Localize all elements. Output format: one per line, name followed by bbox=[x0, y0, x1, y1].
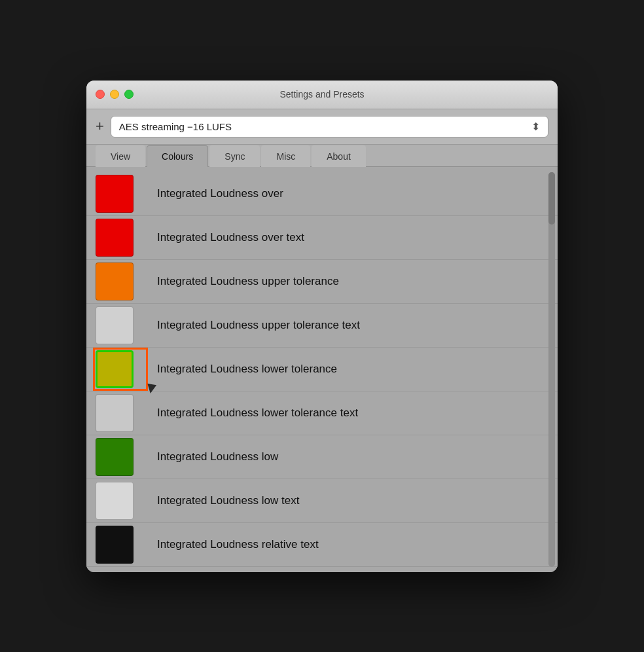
color-swatch-integrated-loudness-upper-tolerance-text[interactable] bbox=[96, 306, 134, 344]
scrollbar-thumb[interactable] bbox=[548, 172, 555, 225]
color-row-label-integrated-loudness-relative-text: Integrated Loudness relative text bbox=[157, 538, 319, 551]
color-row-integrated-loudness-relative-text[interactable]: Integrated Loudness relative text bbox=[86, 523, 558, 567]
content-area: Integrated Loudness overIntegrated Loudn… bbox=[86, 167, 558, 572]
settings-window: Settings and Presets + AES streaming −16… bbox=[86, 81, 558, 572]
preset-label: AES streaming −16 LUFS bbox=[119, 121, 232, 132]
close-button[interactable] bbox=[96, 90, 105, 99]
tabs-container: View Colours Sync Misc About bbox=[86, 145, 558, 167]
dropdown-arrows-icon: ⬍ bbox=[531, 120, 540, 133]
color-swatch-integrated-loudness-relative-text[interactable] bbox=[96, 526, 134, 564]
toolbar: + AES streaming −16 LUFS ⬍ bbox=[86, 109, 558, 145]
add-preset-button[interactable]: + bbox=[96, 119, 104, 134]
tab-sync[interactable]: Sync bbox=[209, 145, 260, 167]
color-swatch-integrated-loudness-over[interactable] bbox=[96, 175, 134, 213]
color-row-label-integrated-loudness-low: Integrated Loudness low bbox=[157, 450, 278, 463]
color-row-label-integrated-loudness-upper-tolerance: Integrated Loudness upper tolerance bbox=[157, 275, 339, 288]
titlebar: Settings and Presets bbox=[86, 81, 558, 109]
color-row-label-integrated-loudness-lower-tolerance: Integrated Loudness lower tolerance bbox=[157, 363, 337, 376]
minimize-button[interactable] bbox=[110, 90, 119, 99]
color-row-label-integrated-loudness-over: Integrated Loudness over bbox=[157, 187, 283, 200]
traffic-lights bbox=[96, 90, 134, 99]
color-row-label-integrated-loudness-over-text: Integrated Loudness over text bbox=[157, 231, 304, 244]
tab-misc[interactable]: Misc bbox=[261, 145, 310, 167]
tab-about[interactable]: About bbox=[312, 145, 366, 167]
color-row-integrated-loudness-over[interactable]: Integrated Loudness over bbox=[86, 172, 558, 216]
color-row-integrated-loudness-lower-tolerance[interactable]: Integrated Loudness lower tolerance bbox=[86, 348, 558, 391]
color-row-integrated-loudness-upper-tolerance[interactable]: Integrated Loudness upper tolerance bbox=[86, 260, 558, 304]
color-row-label-integrated-loudness-upper-tolerance-text: Integrated Loudness upper tolerance text bbox=[157, 319, 360, 332]
mouse-cursor-icon bbox=[146, 383, 156, 393]
color-swatch-integrated-loudness-lower-tolerance-text[interactable] bbox=[96, 394, 134, 432]
color-row-integrated-loudness-over-text[interactable]: Integrated Loudness over text bbox=[86, 216, 558, 260]
color-swatch-integrated-loudness-low-text[interactable] bbox=[96, 482, 134, 520]
window-title: Settings and Presets bbox=[279, 89, 364, 100]
color-list: Integrated Loudness overIntegrated Loudn… bbox=[86, 167, 558, 572]
color-row-label-integrated-loudness-low-text: Integrated Loudness low text bbox=[157, 494, 299, 507]
color-swatch-integrated-loudness-upper-tolerance[interactable] bbox=[96, 263, 134, 300]
tab-view[interactable]: View bbox=[96, 145, 145, 167]
tab-colours[interactable]: Colours bbox=[147, 145, 208, 167]
preset-dropdown[interactable]: AES streaming −16 LUFS ⬍ bbox=[111, 116, 548, 137]
color-row-integrated-loudness-low-text[interactable]: Integrated Loudness low text bbox=[86, 479, 558, 523]
color-row-label-integrated-loudness-lower-tolerance-text: Integrated Loudness lower tolerance text bbox=[157, 407, 358, 420]
color-swatch-integrated-loudness-over-text[interactable] bbox=[96, 219, 134, 257]
color-row-integrated-loudness-lower-tolerance-text[interactable]: Integrated Loudness lower tolerance text bbox=[86, 391, 558, 435]
color-swatch-integrated-loudness-low[interactable] bbox=[96, 438, 134, 476]
color-row-integrated-loudness-low[interactable]: Integrated Loudness low bbox=[86, 435, 558, 479]
color-row-integrated-loudness-upper-tolerance-text[interactable]: Integrated Loudness upper tolerance text bbox=[86, 304, 558, 348]
maximize-button[interactable] bbox=[124, 90, 134, 99]
color-swatch-integrated-loudness-lower-tolerance[interactable] bbox=[96, 350, 134, 388]
scrollbar-track[interactable] bbox=[548, 172, 555, 567]
